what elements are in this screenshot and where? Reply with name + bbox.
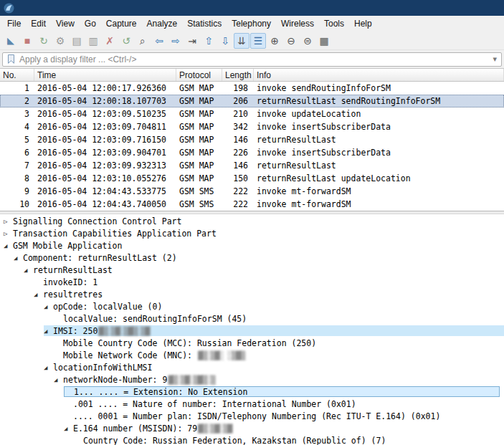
column-header[interactable]: No. [0, 69, 34, 81]
tree-row[interactable]: ◢GSM Mobile Application [0, 239, 504, 252]
zoom-reset-icon[interactable]: ⊜ [300, 33, 315, 49]
expander-icon[interactable]: ◢ [44, 327, 53, 335]
tree-row[interactable]: Mobile Network Code (MNC): ▓▒░▒▓░ ░▒▓▒ [0, 349, 504, 361]
menu-item[interactable]: Go [80, 16, 101, 31]
packet-row[interactable]: 2 2016-05-04 12:00:18.107703 GSM MAP 206… [0, 95, 504, 107]
stop-capture-icon[interactable]: ■ [19, 33, 35, 49]
tree-row[interactable]: Country Code: Russian Federation, Kazaks… [0, 434, 504, 445]
packet-detail-pane: ▷Signalling Connection Control Part ▷Tra… [0, 214, 504, 445]
save-file-icon[interactable]: ▥ [85, 33, 101, 49]
tree-row-text: Signalling Connection Control Part [13, 216, 181, 226]
menu-item[interactable]: Capture [101, 16, 142, 31]
menu-item[interactable]: Wireless [276, 16, 319, 31]
colorize-icon[interactable]: ☰ [250, 33, 266, 49]
column-header[interactable]: Time [34, 69, 176, 81]
expander-icon[interactable]: ◢ [54, 376, 63, 383]
menu-item[interactable]: View [51, 16, 80, 31]
tree-row[interactable]: invokeID: 1 [0, 276, 504, 288]
tree-row-content: Mobile Country Code (MCC): Russian Feder… [54, 338, 504, 348]
tree-row[interactable]: ▷Transaction Capabilities Application Pa… [0, 227, 504, 239]
expander-icon[interactable]: ◢ [24, 267, 33, 274]
restart-capture-icon[interactable]: ↻ [36, 33, 52, 49]
open-file-icon[interactable]: ▤ [69, 33, 85, 49]
find-packet-icon[interactable]: ⌕ [135, 33, 151, 49]
resize-columns-icon[interactable]: ▦ [316, 33, 332, 49]
tree-row[interactable]: ◢returnResultLast [0, 264, 504, 276]
packet-row[interactable]: 1 2016-05-04 12:00:17.926360 GSM MAP 198… [0, 82, 504, 95]
tree-row[interactable]: ◢opCode: localValue (0) [0, 300, 504, 312]
zoom-in-icon[interactable]: ⊕ [267, 33, 282, 49]
tree-row[interactable]: localValue: sendRoutingInfoForSM (45) [0, 312, 504, 325]
tree-row-text: Transaction Capabilities Application Par… [13, 229, 217, 239]
packet-row[interactable]: 3 2016-05-04 12:03:09.510235 GSM MAP 210… [0, 107, 504, 120]
expander-icon[interactable]: ◢ [64, 425, 73, 432]
start-capture-icon[interactable]: ◣ [3, 33, 19, 49]
reload-file-icon[interactable]: ↺ [118, 33, 134, 49]
tree-row-content: ◢locationInfoWithLMSI [44, 362, 504, 373]
expander-icon[interactable]: ◢ [44, 364, 53, 371]
menu-item[interactable]: Telephony [227, 16, 276, 31]
auto-scroll-icon[interactable]: ⇊ [234, 33, 249, 49]
tree-row[interactable]: ◢resultretres [0, 288, 504, 300]
tree-row-content: ◢resultretres [34, 289, 504, 300]
tree-row[interactable]: ◢locationInfoWithLMSI [0, 361, 504, 373]
packet-row[interactable]: 10 2016-05-04 12:04:43.740050 GSM SMS 22… [0, 198, 504, 211]
menu-item[interactable]: Help [349, 16, 377, 31]
expander-icon[interactable]: ◢ [4, 242, 13, 249]
menu-item[interactable]: Edit [26, 16, 51, 31]
packet-row[interactable]: 8 2016-05-04 12:03:10.055276 GSM MAP 150… [0, 172, 504, 185]
cell-time: 2016-05-04 12:00:17.926360 [34, 83, 176, 93]
expander-icon[interactable]: ◢ [44, 303, 53, 310]
go-to-packet-icon[interactable]: ⇥ [184, 33, 200, 49]
packet-row[interactable]: 6 2016-05-04 12:03:09.904701 GSM MAP 226… [0, 146, 504, 159]
go-back-icon[interactable]: ⇦ [151, 33, 167, 49]
expander-icon[interactable]: ▷ [4, 218, 13, 225]
tree-row[interactable]: ◢Component: returnResultLast (2) [0, 252, 504, 264]
menu-item[interactable]: File [2, 16, 26, 31]
packet-row[interactable]: 4 2016-05-04 12:03:09.704811 GSM MAP 342… [0, 120, 504, 133]
cell-info: invoke insertSubscriberData [254, 148, 504, 158]
tree-row[interactable]: ◢networkNode-Number: 9▓▒░▒▓░▒▓▒░▒ [0, 373, 504, 386]
tree-row[interactable]: Mobile Country Code (MCC): Russian Feder… [0, 337, 504, 349]
packet-row[interactable]: 7 2016-05-04 12:03:09.932313 GSM MAP 146… [0, 159, 504, 172]
tree-row[interactable]: 1... .... = Extension: No Extension [0, 386, 504, 398]
packet-row[interactable]: 9 2016-05-04 12:04:43.533775 GSM SMS 222… [0, 185, 504, 198]
go-last-packet-icon[interactable]: ⇩ [217, 33, 233, 49]
expander-icon[interactable]: ◢ [34, 291, 43, 298]
cell-length: 222 [222, 199, 254, 209]
column-header[interactable]: Protocol [176, 69, 222, 81]
menu-item[interactable]: Statistics [182, 16, 227, 31]
filter-placeholder-text: Apply a display filter ... <Ctrl-/> [19, 54, 136, 64]
tree-row[interactable]: ▷Signalling Connection Control Part [0, 215, 504, 227]
tree-row[interactable]: ◢IMSI: 250▓▒░▒▓░▒▓▒░▒▓ [0, 325, 504, 337]
cell-length: 206 [222, 96, 254, 106]
tree-row[interactable]: .... 0001 = Number plan: ISDN/Telephony … [0, 410, 504, 422]
tree-row[interactable]: .001 .... = Nature of number: Internatio… [0, 398, 504, 410]
redacted-text: ▓▒░▒▓░ ░▒▓▒ [198, 350, 244, 360]
tree-row-content: 1... .... = Extension: No Extension [64, 386, 500, 397]
display-filter-input[interactable]: Apply a display filter ... <Ctrl-/> ▾ [2, 52, 502, 67]
zoom-out-icon[interactable]: ⊖ [283, 33, 299, 49]
menu-item[interactable]: Analyze [142, 16, 183, 31]
filter-dropdown-icon[interactable]: ▾ [493, 54, 497, 64]
go-forward-icon[interactable]: ⇨ [168, 33, 184, 49]
tree-row-text: invokeID: 1 [43, 277, 98, 287]
cell-info: invoke sendRoutingInfoForSM [254, 83, 504, 93]
close-file-icon[interactable]: ✗ [102, 33, 118, 49]
capture-options-icon[interactable]: ⚙ [52, 33, 68, 49]
cell-info: returnResultLast [254, 161, 504, 171]
packet-list: 1 2016-05-04 12:00:17.926360 GSM MAP 198… [0, 82, 504, 211]
column-header[interactable]: Length [222, 69, 254, 81]
expander-icon[interactable]: ▷ [4, 230, 13, 237]
tree-row-text: GSM Mobile Application [13, 241, 122, 251]
toolbar-icon-glyph: ◣ [7, 36, 14, 45]
column-header[interactable]: Info [254, 69, 504, 81]
packet-row[interactable]: 5 2016-05-04 12:03:09.716150 GSM MAP 146… [0, 133, 504, 146]
expander-icon[interactable]: ◢ [14, 254, 23, 262]
tree-row-text: returnResultLast [33, 265, 113, 275]
go-first-packet-icon[interactable]: ⇧ [201, 33, 217, 49]
menu-item[interactable]: Tools [319, 16, 349, 31]
cell-length: 342 [222, 122, 254, 132]
bookmark-icon[interactable] [7, 54, 15, 64]
tree-row[interactable]: ◢E.164 number (MSISDN): 79▓▒░▒▓░▒▓ [0, 422, 504, 434]
